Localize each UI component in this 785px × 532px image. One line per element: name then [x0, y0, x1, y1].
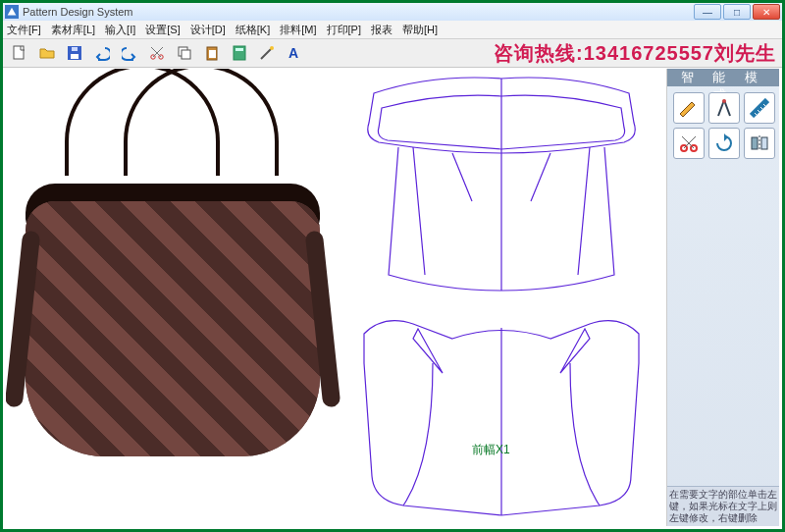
open-button[interactable]	[34, 40, 60, 66]
tool-pencil[interactable]	[673, 92, 705, 124]
menu-help[interactable]: 帮助[H]	[402, 23, 438, 37]
promo-banner: 咨询热线: 13416725557 刘先生	[494, 39, 776, 67]
scissors-icon	[679, 133, 699, 153]
svg-rect-3	[71, 54, 78, 59]
svg-text:A: A	[288, 45, 298, 61]
tool-scissors[interactable]	[673, 128, 705, 159]
menu-print[interactable]: 打印[P]	[327, 23, 361, 37]
pattern-piece-top[interactable]	[344, 69, 658, 294]
menu-grid[interactable]: 纸格[K]	[236, 23, 270, 37]
promo-prefix: 咨询热线:	[494, 40, 584, 67]
paste-button[interactable]	[199, 40, 225, 66]
svg-point-15	[722, 99, 726, 103]
tool-rotate[interactable]	[708, 128, 740, 159]
copy-button[interactable]	[172, 40, 197, 66]
toolbar: A 咨询热线: 13416725557 刘先生	[3, 39, 782, 68]
menu-report[interactable]: 报表	[371, 23, 392, 37]
new-button[interactable]	[7, 40, 32, 66]
svg-rect-19	[761, 137, 767, 149]
maximize-button[interactable]: □	[723, 4, 751, 20]
tool-compass[interactable]	[708, 92, 740, 124]
folder-icon	[39, 45, 55, 61]
side-panel-header: 智 能 模 式	[667, 69, 779, 86]
mirror-icon	[750, 133, 769, 153]
piece-label: 前幅X1	[472, 442, 510, 458]
side-hint: 在需要文字的部位单击左键，如果光标在文字上则左键修改，右键删除	[667, 486, 779, 526]
menu-marker[interactable]: 排料[M]	[280, 23, 316, 37]
side-tool-grid	[667, 86, 779, 165]
reference-photo	[16, 123, 330, 496]
menu-library[interactable]: 素材库[L]	[51, 23, 95, 37]
app-icon	[5, 5, 19, 19]
title-bar: Pattern Design System — □ ✕	[3, 3, 782, 21]
svg-rect-1	[14, 46, 24, 59]
paste-icon	[204, 45, 220, 61]
tool-mirror[interactable]	[744, 128, 775, 159]
wand-icon	[259, 45, 275, 61]
svg-point-13	[270, 46, 274, 50]
menu-bar: 文件[F] 素材库[L] 输入[I] 设置[S] 设计[D] 纸格[K] 排料[…	[3, 21, 782, 39]
bag-body	[26, 201, 320, 456]
calculator-icon	[232, 45, 247, 61]
svg-rect-4	[72, 47, 78, 51]
menu-file[interactable]: 文件[F]	[7, 23, 41, 37]
undo-button[interactable]	[89, 40, 115, 66]
redo-button[interactable]	[117, 40, 142, 66]
copy-icon	[177, 45, 192, 61]
svg-rect-12	[236, 48, 243, 51]
svg-rect-18	[752, 137, 758, 149]
wizard-button[interactable]	[254, 40, 280, 66]
cut-button[interactable]	[144, 40, 170, 66]
bag-handle	[124, 69, 279, 176]
window-title: Pattern Design System	[23, 6, 133, 18]
disk-icon	[67, 45, 82, 61]
text-icon: A	[287, 45, 302, 61]
ruler-icon	[750, 98, 769, 118]
save-button[interactable]	[62, 40, 87, 66]
pencil-icon	[679, 98, 699, 118]
promo-name: 刘先生	[714, 40, 776, 67]
compass-icon	[714, 98, 734, 118]
svg-rect-8	[182, 50, 190, 59]
calc-button[interactable]	[227, 40, 252, 66]
close-button[interactable]: ✕	[753, 4, 780, 20]
promo-phone: 13416725557	[584, 42, 714, 65]
side-panel: 智 能 模 式 在需要文字的部位单击左键，如果光标在文字上则左键修改，右键删除	[667, 69, 779, 526]
menu-input[interactable]: 输入[I]	[105, 23, 135, 37]
window-buttons: — □ ✕	[694, 4, 780, 20]
canvas[interactable]: 前幅X1	[6, 69, 667, 526]
menu-settings[interactable]: 设置[S]	[145, 23, 180, 37]
undo-icon	[94, 45, 110, 61]
redo-icon	[122, 45, 137, 61]
scissors-icon	[149, 45, 165, 61]
file-icon	[12, 45, 27, 61]
tool-ruler[interactable]	[744, 92, 775, 124]
svg-rect-10	[209, 50, 216, 58]
text-button[interactable]: A	[282, 40, 307, 66]
menu-design[interactable]: 设计[D]	[190, 23, 226, 37]
workspace: 前幅X1 智 能 模 式 在需要文字的部位单击左键，如果光标在文字上则左键修改，…	[6, 69, 779, 526]
rotate-icon	[714, 133, 734, 153]
minimize-button[interactable]: —	[694, 4, 721, 20]
pattern-piece-front[interactable]	[344, 304, 658, 520]
app-window: Pattern Design System — □ ✕ 文件[F] 素材库[L]…	[0, 0, 785, 532]
